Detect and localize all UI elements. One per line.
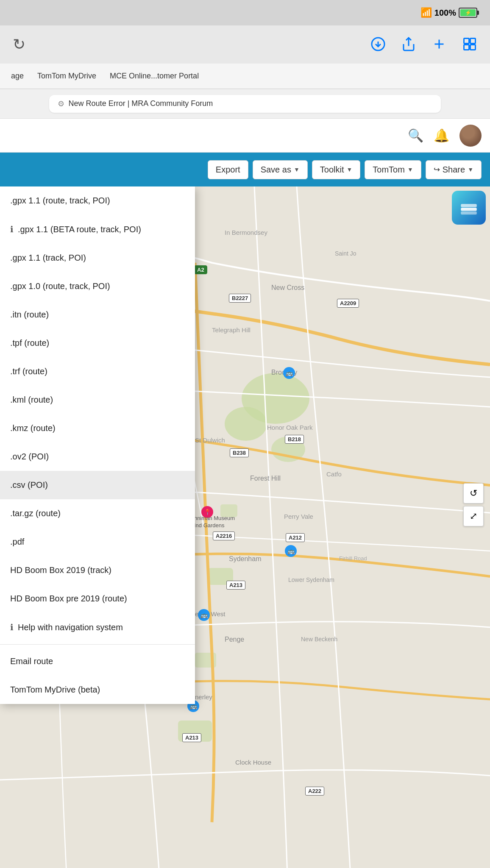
add-tab-button[interactable] [432, 36, 447, 53]
browser-actions [370, 36, 477, 53]
battery-fill: ⚡ [460, 9, 476, 16]
toolkit-caret: ▼ [346, 166, 352, 173]
share-button[interactable] [401, 36, 416, 53]
battery-container: 📶 100% ⚡ [420, 7, 477, 18]
map-controls: ↺ ⤢ [463, 483, 484, 526]
share-icon [401, 36, 416, 52]
map-label-firhillroad: Firhill Road [339, 555, 367, 562]
url-container[interactable]: ⚙ New Route Error | MRA Community Forum [49, 95, 441, 113]
header-bar: 🔍 🔔 [0, 119, 490, 153]
svg-rect-7 [464, 45, 469, 50]
svg-rect-19 [461, 211, 477, 215]
notification-button[interactable]: 🔔 [434, 128, 449, 143]
dropdown-item-helpnav[interactable]: ℹ Help with navigation system [0, 613, 195, 642]
zoom-in-button[interactable]: ↺ [463, 483, 484, 504]
road-badge-b238: B238 [230, 448, 249, 457]
road-badge-b2227: B2227 [229, 294, 251, 303]
map-label-newbeck: New Beckenh [301, 636, 337, 643]
transit-icon-lowersyd: 🚌 [285, 545, 297, 557]
map-label-lowersydenham: Lower Sydenham [288, 576, 334, 583]
status-bar: 📶 100% ⚡ [0, 0, 490, 25]
road-badge-a2216: A2216 [213, 531, 235, 540]
map-label-stdulwich: St Dulwich [195, 437, 225, 444]
share-caret: ▼ [468, 166, 473, 173]
search-button[interactable]: 🔍 [408, 128, 423, 143]
map-label-penge: Penge [225, 636, 244, 643]
map-label-sydenham: Sydenham [229, 555, 262, 563]
map-label-bermondsey: In Bermondsey [225, 229, 267, 236]
tab-tomtom-mydrive[interactable]: TomTom MyDrive [31, 72, 103, 81]
dropdown-item-trf[interactable]: .trf (route) [0, 357, 195, 386]
save-as-button[interactable]: Save as ▼ [253, 160, 308, 179]
svg-rect-5 [464, 38, 469, 43]
dropdown-item-emailroute[interactable]: Email route [0, 647, 195, 676]
map-label-foresthill: Forest Hill [250, 475, 281, 482]
map-label-honoroak: Honor Oak Park [267, 424, 313, 431]
tabs-icon [462, 36, 477, 52]
dropdown-item-gpx11beta[interactable]: ℹ .gpx 1.1 (BETA route, track, POI) [0, 215, 195, 244]
user-avatar[interactable] [459, 125, 482, 147]
dropdown-item-gpx11track[interactable]: .gpx 1.1 (track, POI) [0, 244, 195, 272]
map-label-catford: Catfo [326, 470, 342, 478]
dropdown-item-gpx11[interactable]: .gpx 1.1 (route, track, POI) [0, 186, 195, 215]
map-control-btn2[interactable]: ⤢ [463, 506, 484, 526]
map-container: Vauxhall Oval Stockwell Brixton Hill n W… [0, 186, 490, 868]
battery-percent: 100% [434, 8, 456, 18]
add-icon [432, 36, 447, 52]
map-label-perryvale: Perry Vale [284, 513, 313, 520]
road-badge-a2: A2 [194, 265, 207, 274]
dropdown-item-targz[interactable]: .tar.gz (route) [0, 499, 195, 528]
dropdown-item-hdboomboxpre[interactable]: HD Boom Box pre 2019 (route) [0, 584, 195, 613]
dropdown-item-pdf[interactable]: .pdf [0, 528, 195, 556]
dropdown-item-tomtommydrive[interactable]: TomTom MyDrive (beta) [0, 676, 195, 704]
stack-icon[interactable] [452, 191, 486, 225]
dropdown-item-kmz[interactable]: .kmz (route) [0, 414, 195, 442]
dropdown-divider [0, 644, 195, 645]
url-text: New Route Error | MRA Community Forum [69, 99, 213, 108]
tab-bar: age TomTom MyDrive MCE Online...tomer Po… [0, 64, 490, 89]
battery-icon: ⚡ [459, 8, 477, 18]
dropdown-item-tpf[interactable]: .tpf (route) [0, 329, 195, 357]
transit-icon-brockley: 🚌 [283, 367, 295, 379]
dropdown-item-itn[interactable]: .itn (route) [0, 300, 195, 329]
road-badge-a213-bot: A213 [182, 733, 201, 742]
tab-age[interactable]: age [4, 72, 31, 81]
toolkit-button[interactable]: Toolkit ▼ [312, 160, 361, 179]
map-label-newcross: New Cross [271, 284, 304, 292]
tabs-button[interactable] [462, 36, 477, 53]
map-label-horniman2: Ind Gardens [194, 522, 225, 529]
tab-mce-online[interactable]: MCE Online...tomer Portal [103, 72, 206, 81]
map-label-horniman: hniman Museum [194, 515, 235, 521]
save-as-caret: ▼ [294, 166, 300, 173]
save-as-dropdown: .gpx 1.1 (route, track, POI) ℹ .gpx 1.1 … [0, 186, 195, 704]
wifi-icon: 📶 [420, 7, 432, 18]
dropdown-item-csv[interactable]: .csv (POI) [0, 471, 195, 499]
reload-button[interactable]: ↻ [13, 36, 25, 53]
share-route-button[interactable]: ↪ Share ▼ [426, 160, 482, 179]
info-icon-helpnav: ℹ [10, 622, 14, 632]
road-badge-a2209: A2209 [337, 299, 359, 308]
dropdown-item-ov2[interactable]: .ov2 (POI) [0, 442, 195, 471]
download-button[interactable] [370, 36, 386, 53]
road-badge-b218: B218 [285, 435, 304, 444]
url-favicon: ⚙ [58, 99, 64, 108]
browser-bar: ↻ [0, 25, 490, 64]
svg-point-11 [225, 407, 267, 441]
dropdown-item-hdboombox2019[interactable]: HD Boom Box 2019 (track) [0, 556, 195, 584]
map-label-saintjo: Saint Jo [335, 250, 356, 257]
svg-rect-6 [471, 38, 476, 43]
dropdown-item-kml[interactable]: .kml (route) [0, 386, 195, 414]
download-icon [370, 36, 386, 52]
tomtom-caret: ▼ [407, 166, 413, 173]
url-bar: ⚙ New Route Error | MRA Community Forum [0, 89, 490, 119]
transit-icon-pengewest: 🚌 [198, 609, 210, 621]
app-toolbar: Export Save as ▼ Toolkit ▼ TomTom ▼ ↪ Sh… [0, 153, 490, 186]
svg-rect-8 [471, 45, 476, 50]
tomtom-button[interactable]: TomTom ▼ [365, 160, 421, 179]
dropdown-item-gpx10[interactable]: .gpx 1.0 (route, track, POI) [0, 272, 195, 300]
road-badge-a222: A222 [305, 787, 324, 796]
export-button[interactable]: Export [208, 160, 248, 179]
map-label-clockhouse: Clock House [235, 759, 271, 766]
road-badge-a213-top: A213 [226, 581, 245, 590]
svg-rect-18 [461, 204, 477, 207]
